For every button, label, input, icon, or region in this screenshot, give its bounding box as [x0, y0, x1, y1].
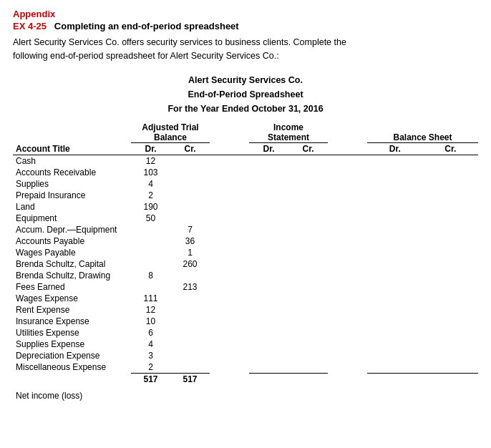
bs-cr	[422, 293, 478, 304]
table-row: Supplies Expense 4	[13, 339, 478, 350]
is-dr	[249, 327, 288, 339]
bs-cr	[422, 224, 478, 235]
bs-dr	[367, 201, 422, 213]
atb-cr: 260	[170, 258, 210, 270]
is-dr	[249, 361, 288, 374]
bs-dr	[367, 281, 422, 293]
account-name: Miscellaneous Expense	[13, 361, 131, 374]
is-dr	[249, 224, 288, 235]
atb-dr	[131, 224, 170, 235]
is-dr	[249, 258, 288, 270]
account-name: Wages Payable	[13, 247, 131, 258]
is-cr	[288, 167, 328, 178]
bs-dr	[367, 155, 422, 167]
bs-cr	[422, 178, 478, 190]
account-name: Wages Expense	[13, 293, 131, 304]
table-row: Brenda Schultz, Capital 260	[13, 258, 478, 270]
account-name: Fees Earned	[13, 281, 131, 293]
is-cr	[288, 281, 328, 293]
is-dr	[249, 293, 288, 304]
income-statement-header: Income Statement	[249, 122, 328, 143]
ex-title: EX 4-25 Completing an end-of-period spre…	[13, 21, 478, 31]
atb-dr: 12	[131, 155, 170, 167]
bs-cr	[422, 281, 478, 293]
bs-dr	[367, 339, 422, 350]
is-cr	[288, 247, 328, 258]
bs-cr-header: Cr.	[422, 142, 478, 155]
bs-dr	[367, 361, 422, 374]
totals-label	[13, 373, 131, 385]
is-dr	[249, 339, 288, 350]
spreadsheet: Alert Security Services Co. End-of-Perio…	[13, 73, 478, 401]
bs-cr	[422, 339, 478, 350]
account-col-header	[13, 122, 131, 143]
atb-dr: 8	[131, 270, 170, 281]
account-name: Rent Expense	[13, 304, 131, 316]
bs-cr	[422, 350, 478, 361]
account-name: Prepaid Insurance	[13, 190, 131, 201]
table-row: Fees Earned 213	[13, 281, 478, 293]
atb-cr	[170, 213, 210, 224]
atb-cr	[170, 167, 210, 178]
table-row: Rent Expense 12	[13, 304, 478, 316]
account-name: Utilities Expense	[13, 327, 131, 339]
bs-dr	[367, 247, 422, 258]
atb-cr: 1	[170, 247, 210, 258]
table-row: Equipment 50	[13, 213, 478, 224]
atb-cr	[170, 293, 210, 304]
atb-cr	[170, 339, 210, 350]
bs-dr	[367, 270, 422, 281]
is-dr	[249, 281, 288, 293]
is-cr	[288, 350, 328, 361]
bs-dr	[367, 316, 422, 327]
table-row: Land 190	[13, 201, 478, 213]
atb-cr	[170, 327, 210, 339]
atb-cr	[170, 190, 210, 201]
bs-dr	[367, 224, 422, 235]
is-cr	[288, 178, 328, 190]
atb-dr: 10	[131, 316, 170, 327]
bs-cr-total	[422, 373, 478, 385]
balance-sheet-header: Balance Sheet	[367, 122, 478, 143]
account-name: Supplies	[13, 178, 131, 190]
is-dr-total	[249, 373, 288, 385]
bs-cr	[422, 167, 478, 178]
bs-cr	[422, 327, 478, 339]
account-name: Brenda Schultz, Drawing	[13, 270, 131, 281]
is-cr	[288, 316, 328, 327]
atb-cr	[170, 316, 210, 327]
atb-cr: 36	[170, 235, 210, 247]
ex-num: EX 4-25	[13, 21, 47, 31]
is-cr-total	[288, 373, 328, 385]
bs-cr	[422, 316, 478, 327]
account-name: Brenda Schultz, Capital	[13, 258, 131, 270]
table-row: Utilities Expense 6	[13, 327, 478, 339]
bs-cr	[422, 190, 478, 201]
atb-dr	[131, 247, 170, 258]
bs-dr	[367, 167, 422, 178]
is-dr	[249, 270, 288, 281]
is-dr	[249, 304, 288, 316]
bs-dr	[367, 235, 422, 247]
atb-dr: 2	[131, 190, 170, 201]
atb-cr: 213	[170, 281, 210, 293]
atb-cr	[170, 178, 210, 190]
table-row: Depreciation Expense 3	[13, 350, 478, 361]
is-cr	[288, 213, 328, 224]
atb-dr: 6	[131, 327, 170, 339]
table-row: Cash 12	[13, 155, 478, 167]
atb-cr	[170, 155, 210, 167]
table-row: Supplies 4	[13, 178, 478, 190]
bs-cr	[422, 258, 478, 270]
atb-dr: 103	[131, 167, 170, 178]
bs-dr	[367, 178, 422, 190]
is-cr	[288, 201, 328, 213]
net-income-row: Net income (loss)	[13, 385, 478, 401]
account-name: Land	[13, 201, 131, 213]
table-row: Brenda Schultz, Drawing 8	[13, 270, 478, 281]
bs-cr	[422, 270, 478, 281]
bs-dr	[367, 293, 422, 304]
is-dr	[249, 350, 288, 361]
is-cr	[288, 224, 328, 235]
is-cr	[288, 155, 328, 167]
